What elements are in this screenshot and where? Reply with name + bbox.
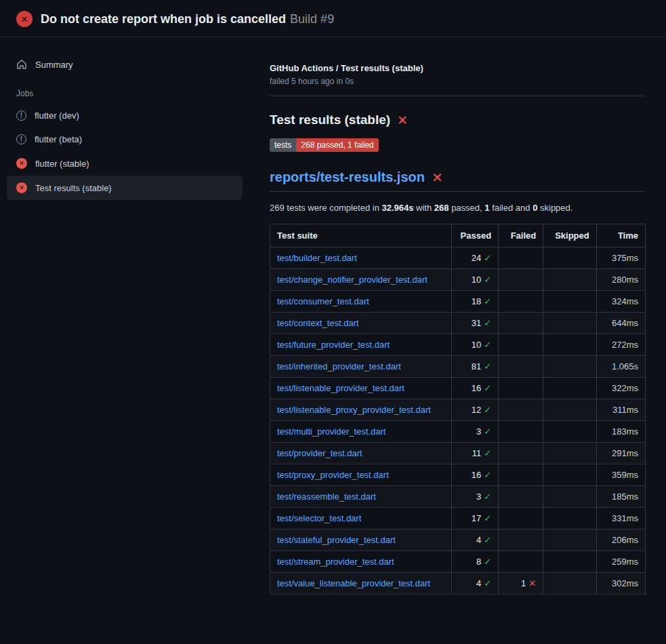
test-suite-link[interactable]: test/change_notifier_provider_test.dart xyxy=(277,275,428,285)
check-icon: ✓ xyxy=(484,383,491,393)
failed-cell xyxy=(499,421,543,443)
test-suite-link[interactable]: test/listenable_provider_test.dart xyxy=(277,383,404,393)
time-cell: 185ms xyxy=(596,486,645,508)
skipped-cell xyxy=(543,551,596,573)
test-suite-link[interactable]: test/stream_provider_test.dart xyxy=(277,557,394,567)
skipped-cell xyxy=(543,378,596,399)
test-suite-link[interactable]: test/proxy_provider_test.dart xyxy=(277,470,389,480)
skipped-cell xyxy=(543,313,596,334)
sidebar-item-flutter-stable[interactable]: ✕flutter (stable) xyxy=(7,151,243,176)
test-suite-link[interactable]: test/builder_test.dart xyxy=(277,253,357,263)
table-row: test/selector_test.dart17✓331ms xyxy=(270,508,646,529)
skipped-cell xyxy=(543,508,596,529)
time-cell: 644ms xyxy=(596,313,645,334)
test-suite-link[interactable]: test/stateful_provider_test.dart xyxy=(277,535,396,545)
sidebar-item-label: flutter (stable) xyxy=(35,159,89,169)
skipped-cell xyxy=(543,464,596,486)
table-row: test/inherited_provider_test.dart81✓1.06… xyxy=(270,356,646,378)
passed-cell: 18✓ xyxy=(452,291,499,313)
column-header-time: Time xyxy=(596,224,645,247)
sidebar-item-flutter-beta[interactable]: !flutter (beta) xyxy=(7,127,243,151)
time-cell: 1.065s xyxy=(596,356,645,378)
page-title: Do not create report when job is cancell… xyxy=(41,12,286,26)
failed-x-icon: ✕ xyxy=(397,114,408,127)
skipped-cell xyxy=(543,269,596,291)
check-icon: ✓ xyxy=(484,426,491,437)
test-suite-cell: test/listenable_provider_test.dart xyxy=(270,378,452,399)
table-row: test/context_test.dart31✓644ms xyxy=(270,313,646,334)
time-cell: 375ms xyxy=(596,247,645,269)
failed-cell: 1✕ xyxy=(499,573,543,595)
time-cell: 311ms xyxy=(596,399,645,421)
failed-cell xyxy=(499,291,543,313)
passed-cell: 3✓ xyxy=(452,486,499,508)
sidebar-item-summary[interactable]: Summary xyxy=(7,52,243,77)
test-suite-link[interactable]: test/consumer_test.dart xyxy=(277,296,369,306)
table-row: test/future_provider_test.dart10✓272ms xyxy=(270,334,646,356)
test-suite-cell: test/listenable_proxy_provider_test.dart xyxy=(270,399,452,421)
time-cell: 331ms xyxy=(596,508,645,529)
column-header-skipped: Skipped xyxy=(543,224,596,247)
table-row: test/multi_provider_test.dart3✓183ms xyxy=(270,421,646,443)
table-header-row: Test suitePassedFailedSkippedTime xyxy=(270,224,646,247)
check-icon: ✓ xyxy=(484,340,491,350)
check-icon: ✓ xyxy=(484,513,491,523)
failed-cell xyxy=(499,464,543,486)
test-suite-link[interactable]: test/listenable_proxy_provider_test.dart xyxy=(277,405,431,415)
skipped-cell xyxy=(543,247,596,269)
failed-cell xyxy=(499,313,543,334)
report-file-link[interactable]: reports/test-results.json xyxy=(270,169,425,185)
check-icon: ✓ xyxy=(484,275,491,285)
skipped-cell xyxy=(543,291,596,313)
test-suite-cell: test/consumer_test.dart xyxy=(270,291,452,313)
sidebar-item-flutter-dev[interactable]: !flutter (dev) xyxy=(7,104,243,127)
check-icon: ✓ xyxy=(484,361,491,371)
sidebar-item-label: Test results (stable) xyxy=(35,183,112,193)
time-cell: 280ms xyxy=(596,269,645,291)
table-row: test/provider_test.dart11✓291ms xyxy=(270,443,646,464)
neutral-circle-icon: ! xyxy=(16,134,26,144)
passed-cell: 8✓ xyxy=(452,551,499,573)
x-icon: ✕ xyxy=(528,578,536,588)
passed-cell: 16✓ xyxy=(452,464,499,486)
passed-cell: 31✓ xyxy=(452,313,499,334)
table-row: test/stream_provider_test.dart8✓259ms xyxy=(270,551,646,573)
failed-cell xyxy=(499,269,543,291)
test-suite-link[interactable]: test/value_listenable_provider_test.dart xyxy=(277,578,430,588)
sidebar-item-test-results-stable[interactable]: ✕Test results (stable) xyxy=(7,176,243,200)
skipped-cell xyxy=(543,443,596,464)
jobs-section-label: Jobs xyxy=(7,77,243,104)
test-suite-link[interactable]: test/selector_test.dart xyxy=(277,513,361,523)
time-cell: 359ms xyxy=(596,464,645,486)
skipped-cell xyxy=(543,399,596,421)
check-icon: ✓ xyxy=(484,318,491,328)
test-suite-cell: test/change_notifier_provider_test.dart xyxy=(270,269,452,291)
divider xyxy=(270,96,644,96)
time-cell: 322ms xyxy=(596,378,645,399)
time-cell: 272ms xyxy=(596,334,645,356)
test-suite-cell: test/context_test.dart xyxy=(270,313,452,334)
time-cell: 324ms xyxy=(596,291,645,313)
test-suite-link[interactable]: test/provider_test.dart xyxy=(277,448,362,458)
test-suite-cell: test/provider_test.dart xyxy=(270,443,452,464)
test-suite-link[interactable]: test/future_provider_test.dart xyxy=(277,340,390,350)
table-row: test/value_listenable_provider_test.dart… xyxy=(270,573,646,595)
skipped-cell xyxy=(543,573,596,595)
badge-value: 268 passed, 1 failed xyxy=(296,138,378,152)
test-suite-link[interactable]: test/context_test.dart xyxy=(277,318,359,328)
passed-cell: 10✓ xyxy=(452,269,499,291)
badge-label: tests xyxy=(270,138,296,152)
jobs-list: !flutter (dev)!flutter (beta)✕flutter (s… xyxy=(7,104,243,200)
test-suite-link[interactable]: test/inherited_provider_test.dart xyxy=(277,361,401,371)
breadcrumb: GitHub Actions / Test results (stable) xyxy=(270,63,644,73)
failed-cell xyxy=(499,378,543,399)
failed-cell xyxy=(499,551,543,573)
table-row: test/listenable_proxy_provider_test.dart… xyxy=(270,399,646,421)
time-cell: 291ms xyxy=(596,443,645,464)
tests-badge: tests 268 passed, 1 failed xyxy=(270,138,379,152)
check-icon: ✓ xyxy=(484,405,491,415)
test-suite-link[interactable]: test/multi_provider_test.dart xyxy=(277,426,386,437)
skipped-cell xyxy=(543,334,596,356)
test-suite-link[interactable]: test/reassemble_test.dart xyxy=(277,491,376,502)
check-icon: ✓ xyxy=(484,491,491,502)
